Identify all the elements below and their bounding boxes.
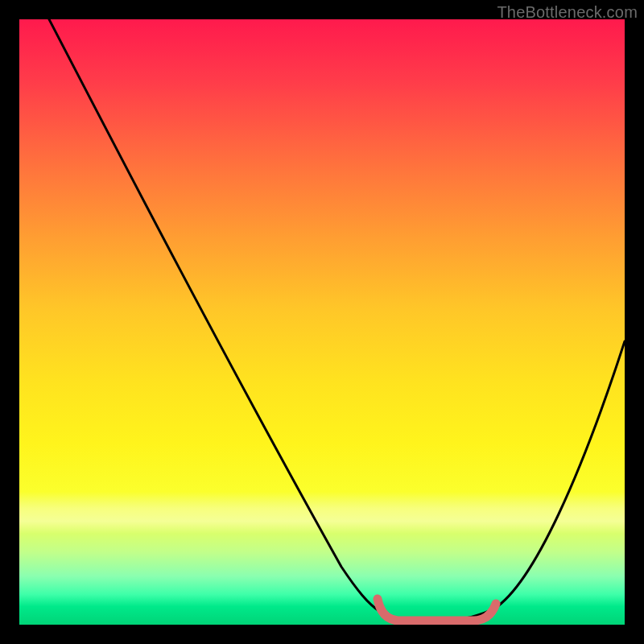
chart-frame: TheBottleneck.com <box>0 0 644 644</box>
bottleneck-curve <box>49 19 625 621</box>
flat-marker <box>378 599 496 621</box>
plot-area <box>19 19 625 625</box>
curve-layer <box>19 19 625 625</box>
